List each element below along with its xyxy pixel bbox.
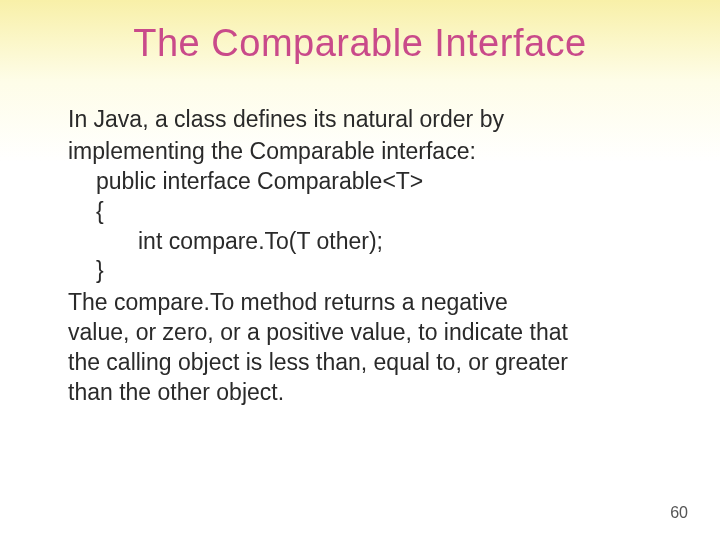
code-line-4: } <box>68 256 652 286</box>
outro-line-2: value, or zero, or a positive value, to … <box>68 318 652 348</box>
code-line-3: int compare.To(T other); <box>68 227 652 257</box>
code-line-1: public interface Comparable<T> <box>68 167 652 197</box>
outro-line-4: than the other object. <box>68 378 652 408</box>
intro-line-1: In Java, a class defines its natural ord… <box>68 105 652 135</box>
slide-title: The Comparable Interface <box>0 0 720 105</box>
outro-line-3: the calling object is less than, equal t… <box>68 348 652 378</box>
page-number: 60 <box>670 504 688 522</box>
intro-line-2: implementing the Comparable interface: <box>68 137 652 167</box>
code-line-2: { <box>68 197 652 227</box>
outro-line-1: The compare.To method returns a negative <box>68 288 652 318</box>
slide-body: In Java, a class defines its natural ord… <box>0 105 720 408</box>
